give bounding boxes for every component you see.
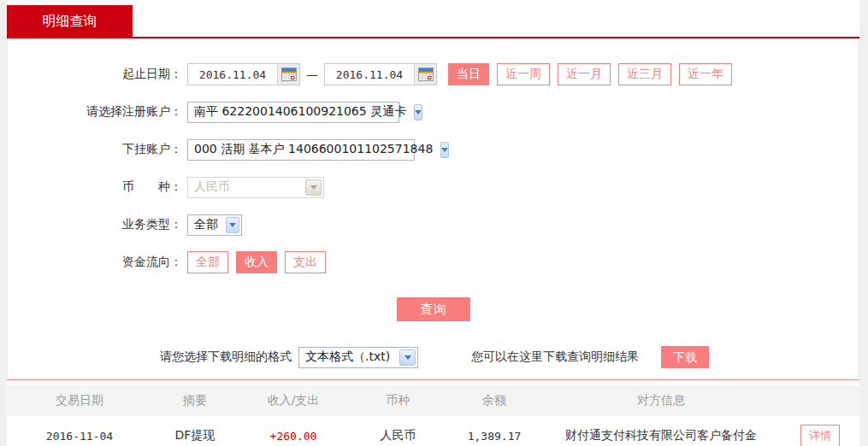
start-date-value: 2016.11.04 bbox=[188, 68, 277, 81]
calendar-icon[interactable] bbox=[277, 64, 299, 85]
download-format-label: 请您选择下载明细的格式 bbox=[160, 349, 292, 365]
end-date-input[interactable]: 2016.11.04 bbox=[324, 63, 437, 85]
quick-range-year-button[interactable]: 近一年 bbox=[679, 63, 732, 85]
business-type-select[interactable]: 全部 bbox=[187, 214, 242, 236]
registered-account-select[interactable]: 南平 6222001406100921065 灵通卡 bbox=[187, 102, 399, 123]
flow-expense-button[interactable]: 支出 bbox=[285, 251, 326, 273]
currency-row: 币 种： 人民币 bbox=[8, 176, 859, 198]
cell-balance: 1,389.17 bbox=[447, 430, 541, 443]
business-type-label: 业务类型： bbox=[8, 217, 187, 232]
registered-account-row: 请选择注册账户： 南平 6222001406100921065 灵通卡 bbox=[8, 101, 859, 123]
chevron-down-icon[interactable] bbox=[440, 142, 449, 158]
table-row: 2016-11-04 DF提现 +260.00 人民币 1,389.17 财付通… bbox=[7, 416, 859, 446]
header-currency: 币种 bbox=[349, 393, 447, 408]
currency-value: 人民币 bbox=[188, 179, 304, 195]
header-income-expense: 收入/支出 bbox=[238, 393, 349, 408]
query-button-row: 查询 bbox=[8, 297, 859, 321]
detail-button[interactable]: 详情 bbox=[800, 425, 840, 446]
chevron-down-icon[interactable] bbox=[226, 217, 239, 233]
sub-account-row: 下挂账户： 000 活期 基本户 1406600101102571848 bbox=[8, 138, 859, 161]
registered-account-label: 请选择注册账户： bbox=[8, 104, 187, 120]
registered-account-value: 南平 6222001406100921065 灵通卡 bbox=[188, 104, 412, 120]
quick-range-week-button[interactable]: 近一周 bbox=[497, 63, 550, 85]
chevron-down-icon[interactable] bbox=[399, 349, 416, 366]
flow-income-button[interactable]: 收入 bbox=[236, 251, 277, 273]
quick-range-month-button[interactable]: 近一月 bbox=[558, 63, 611, 85]
chevron-down-icon bbox=[305, 179, 322, 196]
currency-label: 币 种： bbox=[8, 179, 187, 195]
sub-account-value: 000 活期 基本户 1406600101102571848 bbox=[188, 142, 439, 157]
header-summary: 摘要 bbox=[152, 393, 238, 408]
cell-currency: 人民币 bbox=[349, 428, 447, 443]
flow-all-button[interactable]: 全部 bbox=[187, 251, 228, 273]
date-separator: — bbox=[306, 67, 318, 81]
date-range-label: 起止日期： bbox=[8, 67, 187, 82]
end-date-value: 2016.11.04 bbox=[325, 68, 414, 81]
query-button[interactable]: 查询 bbox=[397, 297, 470, 321]
start-date-input[interactable]: 2016.11.04 bbox=[187, 63, 300, 85]
cell-summary: DF提现 bbox=[152, 428, 238, 443]
business-type-value: 全部 bbox=[188, 217, 224, 232]
business-type-row: 业务类型： 全部 bbox=[8, 214, 859, 236]
content-container: 明细查询 起止日期： 2016.11.04 — 2 bbox=[7, 0, 859, 446]
download-row: 请您选择下载明细的格式 文本格式（.txt) 您可以在这里下载查询明细结果 下载 bbox=[8, 345, 859, 369]
download-format-select[interactable]: 文本格式（.txt) bbox=[298, 347, 418, 368]
download-format-value: 文本格式（.txt) bbox=[299, 349, 398, 365]
quick-range-today-button[interactable]: 当日 bbox=[448, 63, 489, 85]
cell-actions: 详情 bbox=[781, 425, 859, 446]
fund-flow-row: 资金流向： 全部 收入 支出 bbox=[8, 251, 859, 273]
table-header-row: 交易日期 摘要 收入/支出 币种 余额 对方信息 bbox=[7, 385, 859, 416]
currency-select: 人民币 bbox=[187, 177, 324, 198]
cell-counterparty: 财付通支付科技有限公司客户备付金 bbox=[541, 428, 781, 443]
date-range-row: 起止日期： 2016.11.04 — 2016.11.04 bbox=[8, 63, 859, 85]
cell-trade-date: 2016-11-04 bbox=[7, 430, 152, 443]
chevron-down-icon[interactable] bbox=[414, 104, 422, 120]
header-counterparty: 对方信息 bbox=[541, 393, 781, 408]
quick-range-quarter-button[interactable]: 近三月 bbox=[618, 63, 671, 85]
download-button[interactable]: 下载 bbox=[661, 346, 709, 368]
tab-detail-query[interactable]: 明细查询 bbox=[7, 5, 133, 37]
cell-amount: +260.00 bbox=[238, 430, 349, 443]
download-result-label: 您可以在这里下载查询明细结果 bbox=[471, 349, 639, 365]
calendar-icon[interactable] bbox=[414, 64, 436, 85]
sub-account-select[interactable]: 000 活期 基本户 1406600101102571848 bbox=[187, 139, 415, 161]
header-balance: 余额 bbox=[447, 393, 541, 408]
sub-account-label: 下挂账户： bbox=[8, 142, 187, 157]
query-form-panel: 起止日期： 2016.11.04 — 2016.11.04 bbox=[7, 38, 859, 380]
header-trade-date: 交易日期 bbox=[7, 393, 152, 408]
tab-bar: 明细查询 bbox=[7, 0, 859, 38]
fund-flow-label: 资金流向： bbox=[8, 255, 187, 270]
results-table: 交易日期 摘要 收入/支出 币种 余额 对方信息 2016-11-04 DF提现… bbox=[7, 385, 859, 446]
